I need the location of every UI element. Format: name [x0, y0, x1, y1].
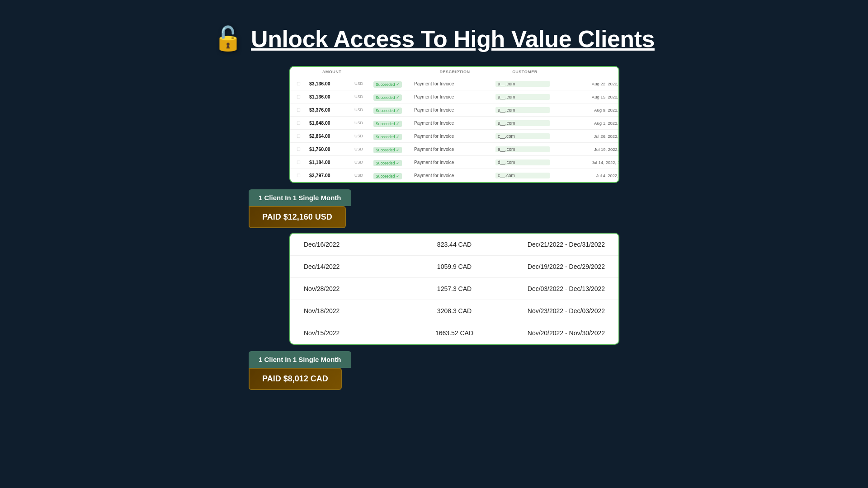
row-status: Succeeded ✓ [373, 145, 414, 153]
row-customer: a__.com [495, 81, 550, 87]
row-desc: Payment for Invoice [414, 121, 495, 126]
row-date: Jul 19, 2022, 9:20 AM [554, 147, 619, 152]
col-customer: CUSTOMER [495, 70, 554, 74]
col-check [297, 70, 309, 74]
row-customer: a__.com [495, 120, 550, 126]
paid-badge-1: PAID $12,160 USD [249, 206, 346, 228]
row-desc: Payment for Invoice [414, 173, 495, 178]
row-status: Succeeded ✓ [373, 171, 414, 179]
row-amount: $1,136.00 [309, 94, 354, 99]
client-badge-1: 1 Client In 1 Single Month [249, 189, 351, 206]
row-check[interactable]: ☐ [297, 134, 309, 139]
table-row: ☐ $2,797.00 USD Succeeded ✓ Payment for … [290, 169, 619, 182]
paid-badge-2: PAID $8,012 CAD [249, 368, 342, 390]
cad-range: Dec/19/2022 - Dec/29/2022 [505, 263, 605, 270]
row-status: Succeeded ✓ [373, 93, 414, 101]
table-row: ☐ $3,136.00 USD Succeeded ✓ Payment for … [290, 77, 619, 90]
row-currency: USD [354, 173, 373, 178]
cad-table-row: Nov/15/2022 1663.52 CAD Nov/20/2022 - No… [290, 322, 618, 344]
row-amount: $3,376.00 [309, 107, 354, 113]
row-desc: Payment for Invoice [414, 160, 495, 165]
row-check[interactable]: ☐ [297, 94, 309, 99]
row-desc: Payment for Invoice [414, 108, 495, 113]
stripe-table: AMOUNT DESCRIPTION CUSTOMER DATE ☐ $3,13… [290, 67, 619, 182]
row-customer: d__.com [495, 160, 550, 165]
row-status: Succeeded ✓ [373, 132, 414, 140]
table-row: ☐ $2,864.00 USD Succeeded ✓ Payment for … [290, 130, 619, 143]
row-date: Aug 1, 2022, 1:40 PM [554, 121, 619, 126]
content-area: AMOUNT DESCRIPTION CUSTOMER DATE ☐ $3,13… [0, 66, 868, 345]
badge-section-1: 1 Client In 1 Single Month PAID $12,160 … [249, 189, 351, 228]
cad-range: Nov/23/2022 - Dec/03/2022 [505, 307, 605, 314]
row-check[interactable]: ☐ [297, 147, 309, 152]
row-customer: c__.com [495, 173, 550, 178]
col-status [373, 70, 414, 74]
cad-amount: 1663.52 CAD [404, 329, 505, 337]
row-currency: USD [354, 134, 373, 138]
row-amount: $1,760.00 [309, 146, 354, 152]
row-currency: USD [354, 81, 373, 86]
row-amount: $2,797.00 [309, 173, 354, 178]
cad-table-row: Nov/18/2022 3208.3 CAD Nov/23/2022 - Dec… [290, 300, 618, 322]
row-date: Jul 4, 2022, 8:39 PM [554, 173, 619, 178]
row-customer: a__.com [495, 94, 550, 100]
row-date: Jul 26, 2022, 1:19 PM [554, 134, 619, 139]
row-amount: $1,184.00 [309, 160, 354, 165]
lock-icon: 🔓 [213, 25, 243, 52]
row-currency: USD [354, 147, 373, 151]
cad-table-card: Dec/16/2022 823.44 CAD Dec/21/2022 - Dec… [289, 233, 619, 345]
row-date: Aug 22, 2022, 7:06 PM [554, 81, 619, 86]
cad-range: Dec/21/2022 - Dec/31/2022 [505, 241, 605, 248]
cad-table-row: Dec/16/2022 823.44 CAD Dec/21/2022 - Dec… [290, 234, 618, 256]
cad-amount: 3208.3 CAD [404, 307, 505, 314]
row-customer: a__.com [495, 146, 550, 152]
page-header: 🔓 Unlock Access To High Value Clients [213, 25, 655, 52]
cad-range: Nov/20/2022 - Nov/30/2022 [505, 329, 605, 337]
row-check[interactable]: ☐ [297, 108, 309, 113]
table-row: ☐ $1,760.00 USD Succeeded ✓ Payment for … [290, 143, 619, 156]
row-desc: Payment for Invoice [414, 147, 495, 152]
page-title: Unlock Access To High Value Clients [251, 25, 655, 52]
row-desc: Payment for Invoice [414, 94, 495, 99]
row-desc: Payment for Invoice [414, 134, 495, 139]
row-date: Aug 15, 2022, 8:33 PM [554, 94, 619, 99]
row-date: Jul 14, 2022, 11:58 AM [554, 160, 619, 165]
cad-amount: 823.44 CAD [404, 241, 505, 248]
cad-date: Dec/14/2022 [304, 263, 404, 270]
badge-section-2: 1 Client In 1 Single Month PAID $8,012 C… [249, 351, 351, 390]
col-date: DATE [554, 70, 619, 74]
table-row: ☐ $1,136.00 USD Succeeded ✓ Payment for … [290, 90, 619, 103]
cad-date: Nov/15/2022 [304, 329, 404, 337]
row-status: Succeeded ✓ [373, 80, 414, 88]
row-currency: USD [354, 94, 373, 99]
row-currency: USD [354, 121, 373, 125]
col-desc: DESCRIPTION [414, 70, 495, 74]
cad-table-row: Dec/14/2022 1059.9 CAD Dec/19/2022 - Dec… [290, 256, 618, 278]
cad-date: Nov/28/2022 [304, 285, 404, 292]
row-status: Succeeded ✓ [373, 158, 414, 166]
row-check[interactable]: ☐ [297, 81, 309, 86]
col-currency [354, 70, 373, 74]
cad-date: Dec/16/2022 [304, 241, 404, 248]
cad-table-row: Nov/28/2022 1257.3 CAD Dec/03/2022 - Dec… [290, 278, 618, 300]
row-status: Succeeded ✓ [373, 106, 414, 114]
row-currency: USD [354, 160, 373, 164]
row-status: Succeeded ✓ [373, 119, 414, 127]
col-amount: AMOUNT [309, 70, 354, 74]
table-row: ☐ $3,376.00 USD Succeeded ✓ Payment for … [290, 103, 619, 117]
row-amount: $1,648.00 [309, 120, 354, 126]
client-badge-2: 1 Client In 1 Single Month [249, 351, 351, 368]
cad-amount: 1059.9 CAD [404, 263, 505, 270]
table-row: ☐ $1,648.00 USD Succeeded ✓ Payment for … [290, 117, 619, 130]
row-desc: Payment for Invoice [414, 81, 495, 86]
row-check[interactable]: ☐ [297, 160, 309, 165]
cad-range: Dec/03/2022 - Dec/13/2022 [505, 285, 605, 292]
row-customer: c__.com [495, 133, 550, 139]
row-check[interactable]: ☐ [297, 121, 309, 126]
cad-amount: 1257.3 CAD [404, 285, 505, 292]
row-check[interactable]: ☐ [297, 173, 309, 178]
section-1-wrapper: AMOUNT DESCRIPTION CUSTOMER DATE ☐ $3,13… [249, 66, 619, 183]
section-2-wrapper: Dec/16/2022 823.44 CAD Dec/21/2022 - Dec… [249, 233, 619, 345]
row-customer: a__.com [495, 107, 550, 113]
row-currency: USD [354, 108, 373, 112]
